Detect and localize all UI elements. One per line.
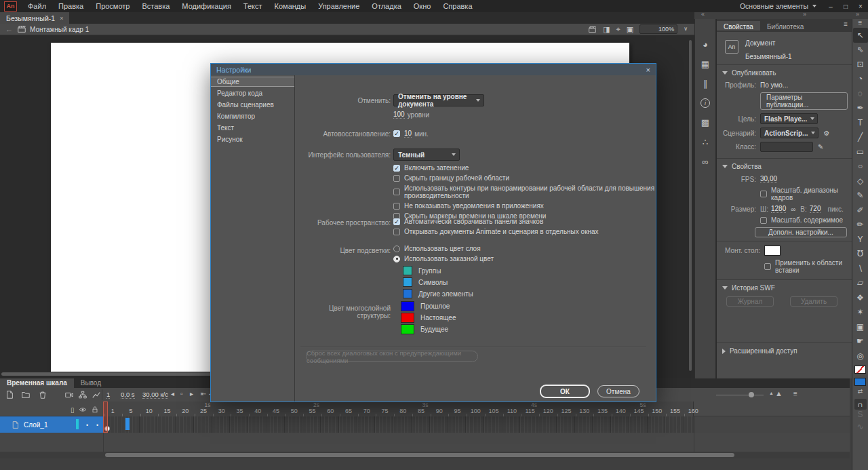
- scene-breadcrumb[interactable]: Монтажный кадр 1: [30, 26, 89, 33]
- menu-item[interactable]: Файл: [22, 0, 52, 12]
- free-transform-tool[interactable]: ⊡: [853, 57, 868, 72]
- width-value[interactable]: 1280: [771, 205, 786, 213]
- step-forward-icon[interactable]: ▸: [190, 390, 193, 397]
- delete-layer-icon[interactable]: [38, 390, 47, 399]
- properties-header[interactable]: Свойства: [721, 161, 848, 172]
- fill-color-swatch[interactable]: [854, 378, 866, 386]
- advanced-settings-button[interactable]: Дополн. настройки...: [755, 227, 847, 237]
- zoom-level-input[interactable]: 100%: [639, 24, 677, 34]
- layer-name[interactable]: Слой_1: [24, 421, 47, 429]
- color-swatch[interactable]: [403, 277, 412, 287]
- publish-header[interactable]: Опубликовать: [721, 68, 848, 78]
- color-swatch[interactable]: [401, 324, 414, 334]
- elapsed-time-value[interactable]: 0,0 s: [121, 391, 135, 399]
- layer-lock-dot[interactable]: •: [96, 422, 98, 429]
- dialog-category-item[interactable]: Редактор кода: [211, 88, 294, 98]
- panel-tab[interactable]: Библиотека: [760, 21, 810, 31]
- option-checkbox[interactable]: [393, 175, 400, 182]
- bone-tool[interactable]: Y: [853, 232, 868, 247]
- menu-item[interactable]: Отладка: [366, 0, 407, 12]
- color-swatch[interactable]: [403, 266, 412, 275]
- menu-item[interactable]: Правка: [52, 0, 90, 12]
- clip-content-icon[interactable]: ▣: [627, 24, 633, 34]
- menu-item[interactable]: Справка: [437, 0, 478, 12]
- camera-tool[interactable]: ▣: [853, 319, 868, 334]
- cancel-button[interactable]: Отмена: [597, 385, 639, 397]
- menu-item[interactable]: Команды: [269, 0, 313, 12]
- menu-item[interactable]: Окно: [408, 0, 437, 12]
- close-tab-icon[interactable]: ×: [60, 15, 63, 22]
- restore-button[interactable]: □: [838, 3, 853, 10]
- edit-scene-icon[interactable]: [588, 25, 597, 34]
- ui-theme-select[interactable]: Темный: [393, 149, 460, 161]
- current-frame-value[interactable]: 1: [106, 391, 110, 399]
- undo-levels-value[interactable]: 100: [393, 111, 405, 119]
- zoom-chevron-icon[interactable]: ∨: [684, 24, 688, 34]
- option-radio[interactable]: [393, 256, 400, 262]
- pen-tool[interactable]: ✒: [853, 101, 868, 116]
- option-checkbox[interactable]: [393, 165, 400, 172]
- menu-item[interactable]: Текст: [237, 0, 269, 12]
- paint-brush-tool[interactable]: ✐: [853, 203, 868, 218]
- swf-history-header[interactable]: История SWF: [721, 283, 848, 293]
- new-layer-icon[interactable]: [5, 390, 14, 399]
- apply-paste-checkbox[interactable]: [764, 263, 771, 270]
- edit-symbols-icon[interactable]: ◨: [603, 24, 610, 34]
- dialog-title-bar[interactable]: Настройки ×: [211, 64, 656, 75]
- new-folder-icon[interactable]: [21, 390, 31, 399]
- timeline-tab[interactable]: Временная шкала: [0, 378, 74, 388]
- option-checkbox[interactable]: [393, 218, 400, 225]
- back-arrow-icon[interactable]: ←: [0, 25, 17, 33]
- color-panel-icon[interactable]: ◕: [698, 39, 712, 50]
- layer-depth-icon[interactable]: [78, 390, 87, 399]
- camera-icon[interactable]: [64, 390, 74, 399]
- line-tool[interactable]: ╱: [853, 130, 868, 145]
- panel-tab[interactable]: Свойства: [717, 21, 760, 31]
- stage-vertical-scrollbar[interactable]: [689, 40, 692, 371]
- option-checkbox[interactable]: [393, 189, 400, 195]
- menu-item[interactable]: Управление: [312, 0, 366, 12]
- lasso-tool[interactable]: ◌: [853, 86, 868, 101]
- paint-bucket-tool[interactable]: ℧: [853, 247, 868, 262]
- snap-magnet-icon[interactable]: ∩: [854, 399, 867, 410]
- motion-presets-panel-icon[interactable]: ∴: [698, 137, 712, 147]
- timeline-panel-menu-icon[interactable]: ≡: [793, 390, 797, 397]
- autorecovery-value[interactable]: 10: [404, 130, 412, 138]
- panel-menu-icon[interactable]: ≡: [840, 19, 852, 32]
- zoom-in-mountain-icon[interactable]: ▲: [775, 389, 781, 397]
- stage-color-swatch[interactable]: [764, 246, 781, 256]
- ok-button[interactable]: ОК: [540, 385, 590, 398]
- autorecovery-checkbox[interactable]: [393, 130, 400, 137]
- minimize-button[interactable]: –: [823, 3, 838, 10]
- timeline-scrollbar-thumb[interactable]: [105, 453, 734, 457]
- undo-mode-select[interactable]: Отменить на уровне документа: [393, 94, 484, 106]
- class-input[interactable]: [760, 142, 813, 152]
- menu-item[interactable]: Просмотр: [90, 0, 136, 12]
- height-value[interactable]: 720: [810, 205, 821, 213]
- swatches-panel-icon[interactable]: ▦: [698, 59, 712, 69]
- outline-column-icon[interactable]: ▯: [71, 406, 75, 414]
- oval-tool[interactable]: ○: [853, 159, 868, 174]
- asset-warp-tool[interactable]: ❖: [853, 290, 868, 305]
- center-stage-icon[interactable]: ⌖: [616, 24, 620, 34]
- stop-icon[interactable]: ▫: [180, 390, 183, 397]
- script-select[interactable]: ActionScrip...: [760, 128, 818, 138]
- frame-ruler[interactable]: 1s2s3s4s5s 15101520253035404550556065707…: [103, 402, 694, 416]
- option-checkbox[interactable]: [393, 229, 400, 235]
- link-dimensions-icon[interactable]: ∞: [791, 205, 795, 213]
- hand-tool[interactable]: ☛: [853, 334, 868, 349]
- color-swatch[interactable]: [403, 289, 412, 298]
- accessibility-header[interactable]: Расширенный доступ: [721, 346, 848, 356]
- fps-value[interactable]: 30,00: [760, 175, 777, 183]
- subselection-tool[interactable]: ⇖: [853, 43, 868, 58]
- timeline-tab[interactable]: Вывод: [74, 378, 108, 388]
- color-swatch[interactable]: [401, 313, 414, 323]
- transform-panel-icon[interactable]: ▩: [698, 117, 712, 128]
- dialog-close-icon[interactable]: ×: [646, 66, 650, 74]
- timeline-zoom-slider[interactable]: [716, 395, 764, 395]
- gradient-transform-tool[interactable]: ◔: [853, 72, 868, 87]
- polystar-tool[interactable]: ◇: [853, 174, 868, 189]
- dialog-category-item[interactable]: Компилятор: [211, 111, 294, 121]
- frame-rate-value[interactable]: 30,00 к/с: [142, 391, 168, 399]
- eyedropper-tool[interactable]: ∖: [853, 261, 868, 276]
